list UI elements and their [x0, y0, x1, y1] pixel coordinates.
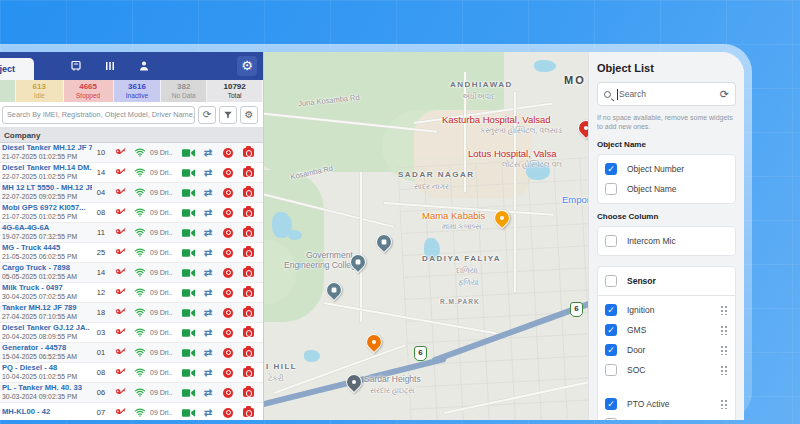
- table-row[interactable]: Diesel Tanker GJ.12 JA.. 20-04-2025 08:0…: [0, 323, 263, 343]
- checkbox-row[interactable]: ✓ Ignition: [605, 300, 728, 320]
- table-row[interactable]: PQ - Diesel - 48 10-04-2025 01:02:55 PM …: [0, 363, 263, 383]
- checkbox-row[interactable]: ✓ PTO Active: [605, 394, 728, 414]
- wifi-icon[interactable]: [130, 247, 150, 258]
- record-icon[interactable]: [218, 348, 238, 358]
- status-stat[interactable]: 3616 Inactive: [114, 80, 162, 102]
- checkbox-row[interactable]: ✓ GMS: [605, 320, 728, 340]
- vehicle-name[interactable]: MH 12 LT 5550 - MH.12 JF 7...: [2, 184, 92, 193]
- map-pin[interactable]: [323, 279, 346, 302]
- record-icon[interactable]: [218, 188, 238, 198]
- record-icon[interactable]: [218, 368, 238, 378]
- status-stat[interactable]: 10792 Total: [207, 80, 263, 102]
- drag-handle-icon[interactable]: [720, 399, 728, 409]
- driver-name[interactable]: 09 Dri..: [150, 269, 178, 276]
- ignition-key-icon[interactable]: [110, 207, 130, 218]
- wifi-icon[interactable]: [130, 167, 150, 178]
- drag-handle-icon[interactable]: [720, 419, 728, 420]
- video-camera-icon[interactable]: [178, 248, 198, 258]
- record-icon[interactable]: [218, 208, 238, 218]
- driver-icon[interactable]: [138, 60, 150, 72]
- table-row[interactable]: Tanker MH.12 JF 789 27-04-2025 07:10:55 …: [0, 303, 263, 323]
- route-swap-icon[interactable]: ⇄: [198, 207, 218, 218]
- widget-search-box[interactable]: Search ⟳: [597, 82, 736, 106]
- vehicle-name[interactable]: MH-KL00 - 42: [2, 408, 92, 417]
- record-icon[interactable]: [218, 268, 238, 278]
- video-camera-icon[interactable]: [178, 388, 198, 398]
- vehicle-search-input[interactable]: Search By IMEI, Registration, Object Mod…: [2, 106, 195, 124]
- checkbox[interactable]: ✓: [605, 398, 617, 410]
- video-camera-icon[interactable]: [178, 348, 198, 358]
- video-camera-icon[interactable]: [178, 368, 198, 378]
- snapshot-camera-icon[interactable]: [238, 208, 258, 217]
- table-row[interactable]: MG - Truck 4445 21-05-2025 06:02:55 PM 2…: [0, 243, 263, 263]
- vehicle-name[interactable]: Diesel Tanker GJ.12 JA..: [2, 324, 92, 333]
- record-icon[interactable]: [218, 148, 238, 158]
- record-icon[interactable]: [218, 328, 238, 338]
- wifi-icon[interactable]: [130, 207, 150, 218]
- route-swap-icon[interactable]: ⇄: [198, 367, 218, 378]
- video-camera-icon[interactable]: [178, 168, 198, 178]
- record-icon[interactable]: [218, 248, 238, 258]
- table-row[interactable]: MH-KL00 - 42 07 09 Dri.. ⇄: [0, 403, 263, 420]
- video-camera-icon[interactable]: [178, 188, 198, 198]
- table-row[interactable]: Mobi GPS 6972 KI057... 21-07-2025 01:02:…: [0, 203, 263, 223]
- table-row[interactable]: 4G-6A-4G-6A 19-07-2025 07:32:55 PM 11 09…: [0, 223, 263, 243]
- vehicle-name[interactable]: MG - Truck 4445: [2, 244, 92, 253]
- refresh-icon[interactable]: ⟳: [720, 88, 729, 101]
- map-pin[interactable]: 6: [570, 302, 583, 317]
- geofence-icon[interactable]: [104, 60, 116, 72]
- route-swap-icon[interactable]: ⇄: [198, 287, 218, 298]
- record-icon[interactable]: [218, 288, 238, 298]
- checkbox-row-sensor[interactable]: ✓ Sensor: [605, 271, 728, 291]
- video-camera-icon[interactable]: [178, 148, 198, 158]
- route-swap-icon[interactable]: ⇄: [198, 227, 218, 238]
- video-camera-icon[interactable]: [178, 268, 198, 278]
- wifi-icon[interactable]: [130, 227, 150, 238]
- snapshot-camera-icon[interactable]: [238, 308, 258, 317]
- wifi-icon[interactable]: [130, 187, 150, 198]
- ignition-key-icon[interactable]: [110, 407, 130, 418]
- company-column-header[interactable]: Company: [0, 128, 263, 143]
- ignition-key-icon[interactable]: [110, 307, 130, 318]
- record-icon[interactable]: [218, 168, 238, 178]
- snapshot-camera-icon[interactable]: [238, 268, 258, 277]
- route-swap-icon[interactable]: ⇄: [198, 247, 218, 258]
- vehicle-name[interactable]: Milk Truck - 0497: [2, 284, 92, 293]
- wifi-icon[interactable]: [130, 347, 150, 358]
- ignition-key-icon[interactable]: [110, 187, 130, 198]
- video-camera-icon[interactable]: [178, 228, 198, 238]
- wifi-icon[interactable]: [130, 287, 150, 298]
- route-swap-icon[interactable]: ⇄: [198, 267, 218, 278]
- vehicle-name[interactable]: Diesel Tanker MH.12 JF 7...: [2, 144, 92, 153]
- driver-name[interactable]: 09 Dri..: [150, 209, 178, 216]
- drag-handle-icon[interactable]: [720, 325, 728, 335]
- checkbox[interactable]: ✓: [605, 324, 617, 336]
- snapshot-camera-icon[interactable]: [238, 348, 258, 357]
- vehicle-icon[interactable]: [70, 60, 82, 72]
- table-row[interactable]: Milk Truck - 0497 30-04-2025 07:02:55 AM…: [0, 283, 263, 303]
- driver-name[interactable]: 09 Dri..: [150, 249, 178, 256]
- snapshot-camera-icon[interactable]: [238, 248, 258, 257]
- route-swap-icon[interactable]: ⇄: [198, 307, 218, 318]
- checkbox-row[interactable]: ✓ Door: [605, 340, 728, 360]
- status-stat[interactable]: [0, 80, 16, 102]
- checkbox-row[interactable]: ✓ SOC: [605, 360, 728, 380]
- driver-name[interactable]: 09 Dri..: [150, 309, 178, 316]
- checkbox[interactable]: ✓: [605, 163, 617, 175]
- checkbox[interactable]: ✓: [605, 235, 617, 247]
- driver-name[interactable]: 09 Dri..: [150, 149, 178, 156]
- wifi-icon[interactable]: [130, 267, 150, 278]
- ignition-key-icon[interactable]: [110, 167, 130, 178]
- ignition-key-icon[interactable]: [110, 227, 130, 238]
- record-icon[interactable]: [218, 308, 238, 318]
- record-icon[interactable]: [218, 388, 238, 398]
- route-swap-icon[interactable]: ⇄: [198, 387, 218, 398]
- driver-name[interactable]: 09 Dri..: [150, 229, 178, 236]
- snapshot-camera-icon[interactable]: [238, 408, 258, 417]
- driver-name[interactable]: 09 Dri..: [150, 349, 178, 356]
- video-camera-icon[interactable]: [178, 288, 198, 298]
- driver-name[interactable]: 09 Dri..: [150, 289, 178, 296]
- snapshot-camera-icon[interactable]: [238, 148, 258, 157]
- wifi-icon[interactable]: [130, 307, 150, 318]
- vehicle-name[interactable]: Cargo Truck - 7898: [2, 264, 92, 273]
